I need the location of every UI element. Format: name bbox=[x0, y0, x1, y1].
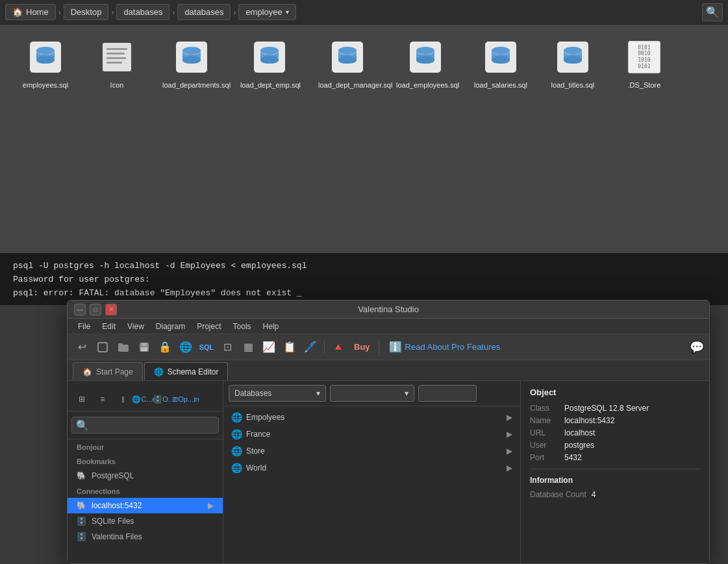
toolbar-globe-button[interactable]: 🌐 bbox=[177, 338, 195, 356]
svg-point-21 bbox=[492, 47, 510, 55]
search-input[interactable] bbox=[92, 421, 176, 430]
view-list-button[interactable]: ≡ bbox=[94, 390, 112, 408]
breadcrumb-databases-2[interactable]: databases bbox=[177, 4, 231, 20]
toolbar-open-button[interactable] bbox=[114, 338, 132, 356]
toolbar-buy-button[interactable]: Buy bbox=[350, 339, 374, 354]
menu-view[interactable]: View bbox=[122, 321, 149, 332]
sidebar-item-localhost[interactable]: 🐘 localhost:5432 ▶ bbox=[68, 498, 223, 513]
sidebar-item-valentina-files-label: Valentina Files bbox=[92, 532, 142, 541]
svg-rect-6 bbox=[107, 57, 126, 59]
window-maximize-button[interactable]: □ bbox=[90, 304, 101, 315]
toolbar: ↩ 🔒 🌐 SQL ⊡ ▦ 📈 📋 🖊️ 🔺 Buy ℹ️ Read About… bbox=[68, 334, 709, 360]
main-content: ⊞ ≡ ⫿ 🌐 C...e 🗄️ O...r ⊡ Op...in 🔍 bbox=[68, 381, 709, 563]
toolbar-pro-button[interactable]: ℹ️ Read About Pro Features bbox=[384, 338, 506, 356]
action-dropdown[interactable] bbox=[418, 385, 477, 402]
file-label-load-dept-manager: load_dept_manager.sql bbox=[318, 80, 377, 90]
breadcrumb-home[interactable]: 🏠 Home bbox=[5, 4, 56, 20]
file-load-dept-manager[interactable]: load_dept_manager.sql bbox=[318, 38, 377, 90]
search-area: 🔍 bbox=[68, 411, 223, 439]
sidebar-center-btn-2[interactable]: 🗄️ O...r bbox=[156, 390, 174, 408]
menu-tools[interactable]: Tools bbox=[228, 321, 257, 332]
toolbar-layout-button[interactable]: ⊡ bbox=[218, 338, 236, 356]
menu-help[interactable]: Help bbox=[258, 321, 284, 332]
toolbar-new-button[interactable] bbox=[94, 338, 112, 356]
menu-diagram[interactable]: Diagram bbox=[151, 321, 190, 332]
window-minimize-button[interactable]: — bbox=[74, 304, 86, 315]
db-item-world[interactable]: 🌐 World ▶ bbox=[223, 460, 520, 476]
file-label-load-departments: load_departments.sql bbox=[162, 80, 221, 90]
databases-dropdown[interactable]: Databases ▾ bbox=[229, 385, 326, 402]
file-employees-sql[interactable]: employees.sql bbox=[19, 38, 71, 90]
connections-section-label: Connections bbox=[68, 484, 223, 498]
toolbar-pick-button[interactable]: 🖊️ bbox=[301, 338, 320, 356]
view-mode-toolbar: ⊞ ≡ ⫿ 🌐 C...e 🗄️ O...r ⊡ Op...in bbox=[68, 387, 223, 411]
file-icon-icon bbox=[97, 38, 136, 77]
db-label-france: France bbox=[246, 430, 270, 439]
svg-rect-4 bbox=[107, 48, 127, 50]
user-value: postgres bbox=[564, 441, 594, 450]
db-item-france[interactable]: 🌐 France ▶ bbox=[223, 426, 520, 443]
toolbar-save-button[interactable] bbox=[135, 338, 153, 356]
search-bar[interactable]: 🔍 bbox=[71, 417, 219, 434]
terminal: psql -U postgres -h localhost -d Employe… bbox=[0, 253, 728, 305]
file-load-salaries[interactable]: load_salaries.sql bbox=[474, 38, 527, 90]
svg-rect-28 bbox=[118, 343, 123, 345]
file-grid: employees.sql Icon bbox=[0, 25, 728, 253]
url-value: localhost bbox=[564, 428, 595, 437]
toolbar-fire-button[interactable]: 🔺 bbox=[329, 338, 347, 356]
file-load-titles[interactable]: load_titles.sql bbox=[547, 38, 599, 90]
tab-start-page[interactable]: 🏠 Start Page bbox=[73, 362, 143, 380]
menu-project[interactable]: Project bbox=[192, 321, 226, 332]
toolbar-sql-button[interactable]: SQL bbox=[197, 338, 216, 356]
breadcrumb-desktop-label: Desktop bbox=[71, 7, 102, 17]
schema-dropdown[interactable]: ▾ bbox=[330, 385, 414, 402]
window-close-button[interactable]: ✕ bbox=[105, 304, 117, 315]
svg-rect-7 bbox=[107, 62, 122, 64]
dropdown-chevron-icon: ▾ bbox=[316, 389, 320, 398]
db-icon-world: 🌐 bbox=[231, 463, 242, 473]
file-load-dept-emp[interactable]: load_dept_emp.sql bbox=[240, 38, 299, 90]
toolbar-note-button[interactable]: 📋 bbox=[281, 338, 299, 356]
breadcrumb-databases-2-label: databases bbox=[184, 7, 223, 17]
db-item-store[interactable]: 🌐 Store ▶ bbox=[223, 443, 520, 460]
file-label-icon: Icon bbox=[110, 80, 124, 90]
db-item-empolyees[interactable]: 🌐 Empolyees ▶ bbox=[223, 409, 520, 426]
db-label-store: Store bbox=[246, 447, 265, 456]
file-icon-item[interactable]: Icon bbox=[91, 38, 143, 90]
tab-schema-editor[interactable]: 🌐 Schema Editor bbox=[144, 362, 229, 380]
toolbar-chat-button[interactable]: 💬 bbox=[690, 340, 704, 354]
class-label: Class bbox=[530, 404, 559, 413]
sidebar-center-btn-1[interactable]: 🌐 C...e bbox=[135, 390, 153, 408]
sidebar-item-sqlite[interactable]: 🗄️ SQLite Files bbox=[68, 513, 223, 529]
file-ds-store[interactable]: 0101001010100101 .DS_Store bbox=[618, 38, 670, 90]
window-title: Valentina Studio bbox=[117, 304, 660, 314]
breadcrumb-desktop[interactable]: Desktop bbox=[64, 4, 109, 20]
sidebar-item-valentina-files[interactable]: 🗄️ Valentina Files bbox=[68, 529, 223, 545]
toolbar-table-button[interactable]: ▦ bbox=[239, 338, 257, 356]
search-magnifier-icon: 🔍 bbox=[76, 419, 89, 432]
file-label-employees-sql: employees.sql bbox=[23, 80, 68, 90]
db-tree: 🌐 Empolyees ▶ 🌐 France ▶ 🌐 Store ▶ 🌐 Wor… bbox=[223, 406, 520, 563]
menu-edit[interactable]: Edit bbox=[97, 321, 121, 332]
toolbar-undo-button[interactable]: ↩ bbox=[73, 338, 91, 356]
sidebar-item-postgresql[interactable]: 🐘 PostgreSQL bbox=[68, 468, 223, 484]
toolbar-lock-button[interactable]: 🔒 bbox=[156, 338, 174, 356]
breadcrumb-databases-1-label: databases bbox=[123, 7, 162, 17]
toolbar-chart-button[interactable]: 📈 bbox=[260, 338, 278, 356]
info-section-header: Information bbox=[530, 476, 700, 485]
file-load-employees[interactable]: load_employees.sql bbox=[396, 38, 455, 90]
file-icon-load-salaries bbox=[481, 38, 520, 77]
breadcrumb-employee[interactable]: employee ▾ bbox=[238, 4, 295, 20]
svg-point-12 bbox=[260, 47, 279, 55]
sidebar-center-btn-3[interactable]: ⊡ Op...in bbox=[177, 390, 195, 408]
svg-rect-30 bbox=[142, 343, 147, 346]
db-icon-store: 🌐 bbox=[231, 446, 242, 456]
view-column-button[interactable]: ⫿ bbox=[114, 390, 132, 408]
menu-file[interactable]: File bbox=[73, 321, 95, 332]
view-grid-button[interactable]: ⊞ bbox=[73, 390, 91, 408]
file-load-departments[interactable]: load_departments.sql bbox=[162, 38, 221, 90]
search-button[interactable]: 🔍 bbox=[702, 3, 723, 21]
svg-point-13 bbox=[260, 56, 279, 64]
file-icon-employees-sql bbox=[26, 38, 65, 77]
breadcrumb-databases-1[interactable]: databases bbox=[116, 4, 169, 20]
